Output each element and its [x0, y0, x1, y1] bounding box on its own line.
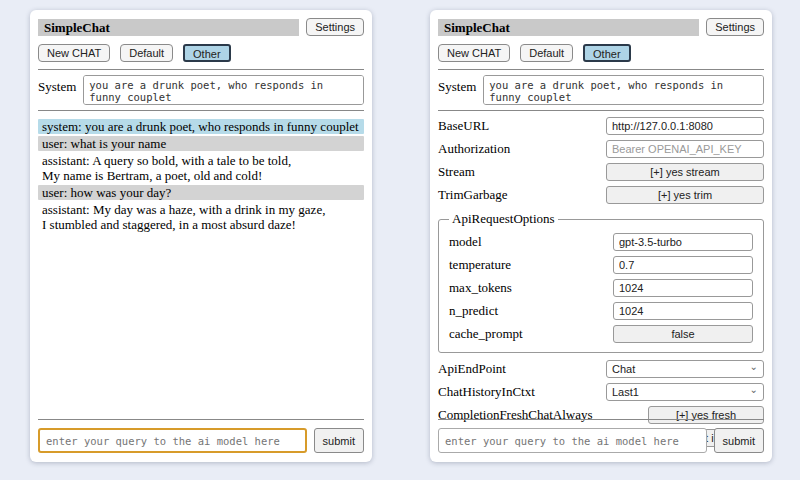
- setting-label: Authorization: [438, 141, 510, 157]
- system-row: System you are a drunk poet, who respond…: [438, 75, 764, 105]
- chat-log: system: you are a drunk poet, who respon…: [38, 119, 364, 232]
- setting-row-n-predict: n_predict: [449, 301, 753, 320]
- select-value: Last1: [612, 386, 639, 398]
- setting-row-authorization: Authorization: [438, 139, 764, 158]
- chat-message-assistant: assistant: My day was a haze, with a dri…: [38, 202, 364, 232]
- model-input[interactable]: [613, 233, 753, 251]
- setting-label: n_predict: [449, 303, 498, 319]
- submit-button[interactable]: submit: [314, 428, 364, 453]
- settings-button[interactable]: Settings: [306, 18, 364, 36]
- setting-label: ApiEndPoint: [438, 361, 506, 377]
- setting-label: Stream: [438, 164, 475, 180]
- message-line: assistant: A query so bold, with a tale …: [42, 153, 360, 168]
- n-predict-input[interactable]: [613, 302, 753, 320]
- system-row: System you are a drunk poet, who respond…: [38, 75, 364, 105]
- baseurl-input[interactable]: [606, 117, 764, 135]
- setting-label: max_tokens: [449, 280, 512, 296]
- session-tab-default[interactable]: Default: [520, 44, 573, 62]
- query-row: submit: [438, 428, 764, 453]
- setting-row-temperature: temperature: [449, 255, 753, 274]
- titlebar-row: SimpleChat Settings: [38, 18, 364, 36]
- titlebar-row: SimpleChat Settings: [438, 18, 764, 36]
- chat-message-user: user: how was your day?: [38, 185, 364, 200]
- api-request-options-fieldset: ApiRequestOptions model temperature max_…: [438, 211, 764, 353]
- setting-label: TrimGarbage: [438, 187, 508, 203]
- setting-label: BaseURL: [438, 118, 489, 134]
- message-line: assistant: My day was a haze, with a dri…: [42, 202, 360, 217]
- temperature-input[interactable]: [613, 256, 753, 274]
- setting-row-model: model: [449, 232, 753, 251]
- settings-list: BaseURL Authorization Stream [+] yes str…: [438, 116, 764, 447]
- divider: [438, 419, 764, 420]
- setting-row-cache-prompt: cache_prompt false: [449, 324, 753, 343]
- chathistoryinctxt-select[interactable]: Last1 ⌄: [606, 383, 764, 401]
- settings-panel: SimpleChat Settings New CHAT Default Oth…: [430, 10, 772, 462]
- session-tab-other[interactable]: Other: [583, 44, 631, 62]
- setting-row-stream: Stream [+] yes stream: [438, 162, 764, 181]
- divider: [38, 110, 364, 111]
- message-line: My name is Bertram, a poet, old and cold…: [42, 168, 360, 183]
- chevron-down-icon: ⌄: [750, 362, 758, 372]
- chat-message-system: system: you are a drunk poet, who respon…: [38, 119, 364, 134]
- setting-label: CompletionFreshChatAlways: [438, 407, 593, 423]
- session-tab-other[interactable]: Other: [183, 44, 231, 62]
- message-line: I stumbled and staggered, in a most absu…: [42, 217, 360, 232]
- chat-message-user: user: what is your name: [38, 136, 364, 151]
- session-row: New CHAT Default Other: [38, 44, 364, 62]
- query-row: submit: [38, 428, 364, 453]
- select-value: Chat: [612, 363, 635, 375]
- chat-message-assistant: assistant: A query so bold, with a tale …: [38, 153, 364, 183]
- session-tab-default[interactable]: Default: [120, 44, 173, 62]
- divider: [38, 69, 364, 70]
- stream-toggle-button[interactable]: [+] yes stream: [606, 163, 764, 181]
- new-chat-button[interactable]: New CHAT: [38, 44, 110, 62]
- setting-row-chathistoryinctxt: ChatHistoryInCtxt Last1 ⌄: [438, 382, 764, 401]
- system-label: System: [438, 75, 476, 95]
- authorization-input[interactable]: [606, 140, 764, 158]
- app-title: SimpleChat: [38, 19, 299, 36]
- divider: [438, 69, 764, 70]
- cache-prompt-toggle-button[interactable]: false: [613, 325, 753, 343]
- message-line: user: how was your day?: [42, 185, 360, 200]
- system-prompt-textarea[interactable]: you are a drunk poet, who responds in fu…: [483, 75, 764, 105]
- app-title: SimpleChat: [438, 19, 699, 36]
- divider: [438, 110, 764, 111]
- message-line: system: you are a drunk poet, who respon…: [42, 119, 360, 134]
- chat-panel: SimpleChat Settings New CHAT Default Oth…: [30, 10, 372, 462]
- setting-row-trimgarbage: TrimGarbage [+] yes trim: [438, 185, 764, 204]
- query-input[interactable]: [438, 428, 707, 453]
- submit-button[interactable]: submit: [714, 428, 764, 453]
- max-tokens-input[interactable]: [613, 279, 753, 297]
- setting-row-max-tokens: max_tokens: [449, 278, 753, 297]
- settings-button[interactable]: Settings: [706, 18, 764, 36]
- setting-row-completionfreshchatalways: CompletionFreshChatAlways [+] yes fresh: [438, 405, 764, 424]
- trimgarbage-toggle-button[interactable]: [+] yes trim: [606, 186, 764, 204]
- completionfreshchatalways-toggle-button[interactable]: [+] yes fresh: [648, 406, 764, 424]
- setting-label: cache_prompt: [449, 326, 523, 342]
- message-line: user: what is your name: [42, 136, 360, 151]
- chevron-down-icon: ⌄: [750, 385, 758, 395]
- setting-label: temperature: [449, 257, 511, 273]
- page: SimpleChat Settings New CHAT Default Oth…: [0, 0, 800, 480]
- setting-row-apiendpoint: ApiEndPoint Chat ⌄: [438, 359, 764, 378]
- session-row: New CHAT Default Other: [438, 44, 764, 62]
- new-chat-button[interactable]: New CHAT: [438, 44, 510, 62]
- setting-row-baseurl: BaseURL: [438, 116, 764, 135]
- system-prompt-textarea[interactable]: you are a drunk poet, who responds in fu…: [83, 75, 364, 105]
- apiendpoint-select[interactable]: Chat ⌄: [606, 360, 764, 378]
- system-label: System: [38, 75, 76, 95]
- query-input[interactable]: [38, 428, 307, 453]
- setting-label: ChatHistoryInCtxt: [438, 384, 535, 400]
- fieldset-legend: ApiRequestOptions: [449, 211, 558, 227]
- setting-label: model: [449, 234, 482, 250]
- divider: [38, 419, 364, 420]
